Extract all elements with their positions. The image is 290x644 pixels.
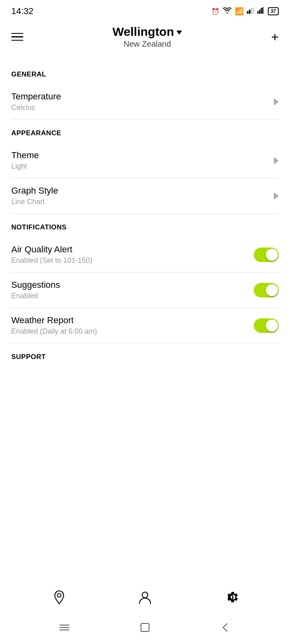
toggle-thumb (266, 284, 278, 296)
theme-text: Theme Light (11, 150, 269, 171)
temperature-setting[interactable]: Temperature Celcius (11, 84, 279, 120)
svg-rect-4 (257, 11, 259, 14)
battery-indicator: 37 (268, 7, 279, 15)
weather-report-toggle[interactable] (254, 318, 279, 333)
svg-rect-5 (259, 10, 260, 14)
air-quality-alert-setting: Air Quality Alert Enabled (Set to 101-15… (11, 237, 279, 272)
signal-icon: 📶 (235, 7, 244, 16)
city-name[interactable]: Wellington (112, 25, 182, 39)
weather-report-subtitle: Enabled (Daily at 6:00 am) (11, 327, 254, 336)
header: Wellington New Zealand + (0, 21, 290, 57)
weather-report-setting: Weather Report Enabled (Daily at 6:00 am… (11, 308, 279, 343)
alarm-icon: ⏰ (211, 8, 220, 15)
svg-rect-2 (251, 8, 253, 14)
graph-style-text: Graph Style Line Chart (11, 186, 269, 206)
general-section-header: GENERAL (11, 70, 279, 78)
android-back-button[interactable] (219, 621, 232, 636)
svg-rect-6 (261, 8, 262, 14)
toggle-thumb (266, 249, 278, 261)
chevron-down-icon (176, 31, 182, 35)
temperature-title: Temperature (11, 91, 269, 102)
temperature-subtitle: Celcius (11, 103, 269, 112)
temperature-text: Temperature Celcius (11, 91, 269, 112)
weather-report-text: Weather Report Enabled (Daily at 6:00 am… (11, 315, 254, 336)
country-name: New Zealand (112, 39, 182, 49)
toggle-thumb (266, 320, 278, 332)
suggestions-text: Suggestions Enabled (11, 280, 254, 300)
theme-title: Theme (11, 150, 269, 161)
status-bar: 14:32 ⏰ 📶 (0, 0, 290, 21)
theme-subtitle: Light (11, 162, 269, 171)
chevron-right-icon (274, 157, 279, 164)
android-home-button[interactable] (139, 621, 151, 636)
wifi-icon (223, 7, 232, 15)
settings-content: GENERAL Temperature Celcius APPEARANCE T… (0, 57, 290, 361)
svg-rect-3 (253, 7, 254, 14)
location-header[interactable]: Wellington New Zealand (112, 25, 182, 49)
svg-rect-0 (247, 11, 249, 14)
chevron-right-icon (274, 192, 279, 200)
support-section-header: SUPPORT (11, 353, 279, 361)
svg-rect-13 (141, 623, 149, 632)
svg-rect-1 (249, 10, 251, 14)
status-icons: ⏰ 📶 (211, 7, 279, 16)
status-time: 14:32 (11, 6, 33, 17)
suggestions-subtitle: Enabled (11, 292, 254, 300)
chevron-right-icon (274, 98, 279, 105)
appearance-section-header: APPEARANCE (11, 129, 279, 137)
settings-nav-button[interactable] (223, 589, 239, 605)
air-quality-alert-title: Air Quality Alert (11, 244, 254, 255)
graph-style-setting[interactable]: Graph Style Line Chart (11, 178, 279, 214)
svg-point-8 (57, 594, 61, 597)
air-quality-alert-toggle[interactable] (254, 248, 279, 262)
menu-button[interactable] (11, 33, 23, 41)
svg-rect-7 (262, 7, 263, 14)
graph-style-title: Graph Style (11, 186, 269, 196)
svg-point-9 (142, 592, 148, 598)
bottom-nav (0, 583, 290, 612)
location-nav-button[interactable] (51, 589, 67, 605)
android-menu-button[interactable] (58, 621, 71, 636)
suggestions-toggle[interactable] (254, 283, 279, 297)
system-nav-bar (0, 613, 290, 644)
suggestions-setting: Suggestions Enabled (11, 272, 279, 308)
notifications-section-header: NOTIFICATIONS (11, 223, 279, 231)
weather-report-title: Weather Report (11, 315, 254, 326)
signal-bars-1 (247, 7, 254, 15)
profile-nav-button[interactable] (137, 589, 153, 605)
add-location-button[interactable]: + (271, 31, 279, 43)
theme-setting[interactable]: Theme Light (11, 143, 279, 178)
air-quality-alert-subtitle: Enabled (Set to 101-150) (11, 256, 254, 265)
graph-style-subtitle: Line Chart (11, 198, 269, 206)
suggestions-title: Suggestions (11, 280, 254, 290)
air-quality-alert-text: Air Quality Alert Enabled (Set to 101-15… (11, 244, 254, 265)
signal-bars-2 (257, 7, 265, 15)
